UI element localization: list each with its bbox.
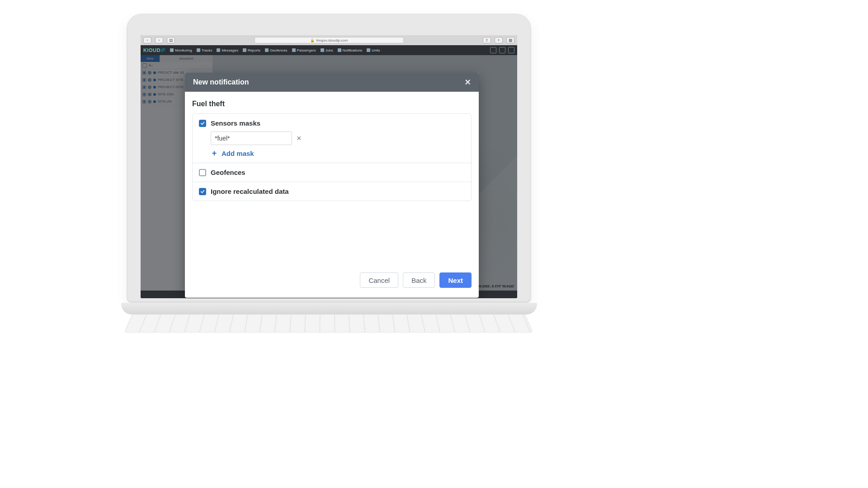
app-header: KlOUDiP Monitoring Tracks Messages Repor… — [141, 45, 517, 55]
topnav-label: Jobs — [326, 48, 333, 52]
topnav-geofences[interactable]: Geofences — [265, 48, 288, 52]
topnav-units[interactable]: Units — [367, 48, 380, 52]
cancel-button[interactable]: Cancel — [360, 272, 398, 288]
section-title: Fuel theft — [192, 100, 472, 108]
notifications-icon — [338, 48, 341, 52]
topnav-label: Geofences — [270, 48, 288, 52]
laptop-keyboard — [124, 314, 533, 333]
topnav-label: Monitoring — [175, 48, 192, 52]
checkbox-icon — [199, 169, 206, 176]
display: ‹ › ▤ 🔒 fmspro.kloudip.com ⇧ + ▦ KlOUDiP… — [141, 35, 517, 298]
topnav-notifications[interactable]: Notifications — [338, 48, 363, 52]
topnav-reports[interactable]: Reports — [243, 48, 260, 52]
app-body: New kloudmd A↓ PROJCT site 10 PROJECT SI… — [141, 55, 517, 291]
topnav-monitoring[interactable]: Monitoring — [170, 48, 192, 52]
sensors-masks-row: Sensors masks × + Add mask — [193, 114, 471, 163]
brand-part2: iP — [160, 47, 165, 53]
mask-input[interactable] — [211, 131, 292, 145]
brand-logo[interactable]: KlOUDiP — [143, 47, 165, 53]
geofences-icon — [265, 48, 269, 52]
brand-part1: KlOUD — [143, 47, 160, 53]
options-card: Sensors masks × + Add mask — [192, 113, 472, 201]
next-button[interactable]: Next — [439, 272, 472, 288]
units-icon — [367, 48, 370, 52]
share-icon[interactable]: ⇧ — [483, 37, 491, 43]
laptop-mock: ‹ › ▤ 🔒 fmspro.kloudip.com ⇧ + ▦ KlOUDiP… — [127, 14, 531, 361]
messages-icon — [217, 48, 220, 52]
remove-mask-icon[interactable]: × — [297, 134, 302, 143]
nav-sidebar-icon[interactable]: ▤ — [167, 37, 175, 43]
sensors-masks-label: Sensors masks — [211, 119, 260, 127]
header-right — [490, 47, 514, 53]
checkbox-icon — [199, 188, 206, 195]
checkbox-icon — [199, 120, 206, 127]
topnav-label: Units — [372, 48, 380, 52]
topnav-label: Tracks — [202, 48, 212, 52]
plus-icon: + — [211, 150, 218, 157]
nav-forward-icon[interactable]: › — [155, 37, 163, 43]
monitoring-icon — [170, 48, 174, 52]
dialog-body: Fuel theft Sensors masks — [185, 92, 479, 266]
settings-icon[interactable] — [499, 47, 505, 53]
add-mask-button[interactable]: + Add mask — [211, 150, 465, 157]
browser-toolbar: ‹ › ▤ 🔒 fmspro.kloudip.com ⇧ + ▦ — [141, 35, 517, 45]
topnav-passengers[interactable]: Passengers — [292, 48, 316, 52]
ignore-recalculated-label: Ignore recalculated data — [211, 188, 289, 195]
ignore-recalculated-row: Ignore recalculated data — [193, 182, 471, 201]
tracks-icon — [197, 48, 200, 52]
mask-row: × — [211, 131, 465, 145]
sensors-masks-checkbox[interactable]: Sensors masks — [199, 119, 465, 127]
jobs-icon — [321, 48, 324, 52]
new-tab-icon[interactable]: + — [495, 37, 503, 43]
reports-icon — [243, 48, 246, 52]
user-icon[interactable] — [508, 47, 514, 53]
dialog-title: New notification — [193, 78, 249, 86]
apps-icon[interactable] — [490, 47, 496, 53]
geofences-row: Geofences — [193, 163, 471, 182]
add-mask-label: Add mask — [222, 150, 254, 157]
dialog-header: New notification × — [185, 73, 479, 92]
topnav-messages[interactable]: Messages — [217, 48, 238, 52]
topnav-label: Notifications — [343, 48, 363, 52]
topnav-label: Passengers — [297, 48, 316, 52]
close-icon[interactable]: × — [465, 76, 471, 88]
back-button[interactable]: Back — [403, 272, 435, 288]
dialog-footer: Cancel Back Next — [185, 266, 479, 298]
topnav-tracks[interactable]: Tracks — [197, 48, 212, 52]
sensors-masks-content: × + Add mask — [199, 131, 465, 157]
geofences-label: Geofences — [211, 169, 245, 176]
geofences-checkbox[interactable]: Geofences — [199, 169, 465, 176]
topnav-label: Reports — [248, 48, 260, 52]
url-field[interactable]: 🔒 fmspro.kloudip.com — [255, 37, 404, 43]
nav-back-icon[interactable]: ‹ — [143, 37, 151, 43]
lock-icon: 🔒 — [310, 38, 315, 42]
tabs-icon[interactable]: ▦ — [506, 37, 514, 43]
topnav-jobs[interactable]: Jobs — [321, 48, 333, 52]
topnav-label: Messages — [222, 48, 238, 52]
ignore-recalculated-checkbox[interactable]: Ignore recalculated data — [199, 188, 465, 195]
screen-bezel: ‹ › ▤ 🔒 fmspro.kloudip.com ⇧ + ▦ KlOUDiP… — [127, 14, 531, 303]
url-text: fmspro.kloudip.com — [316, 38, 348, 42]
passengers-icon — [292, 48, 296, 52]
laptop-hinge — [121, 303, 537, 314]
new-notification-dialog: New notification × Fuel theft — [185, 73, 479, 298]
